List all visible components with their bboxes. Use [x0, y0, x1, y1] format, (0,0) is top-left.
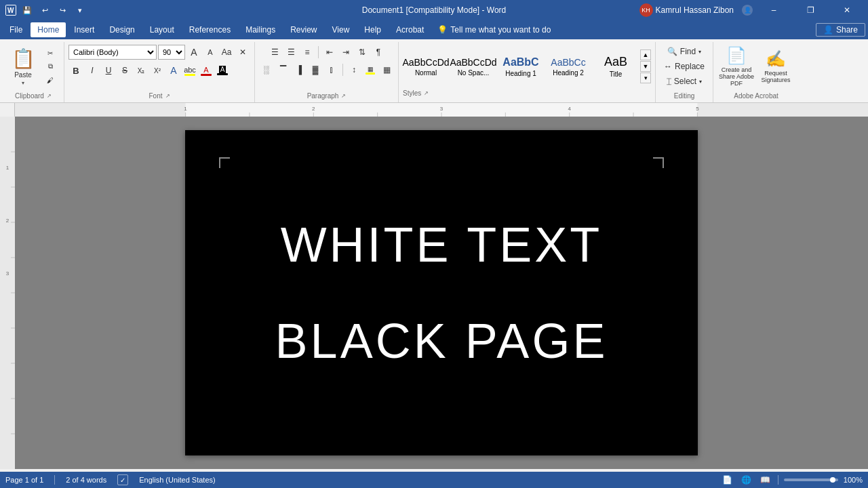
create-share-pdf-button[interactable]: 📄 Create and Share Adobe PDF — [717, 47, 755, 85]
track-changes-icon[interactable]: ✓ — [117, 474, 128, 485]
style-normal[interactable]: AaBbCcDd Normal — [403, 47, 449, 85]
vertical-ruler: 1 2 3 — [0, 117, 15, 469]
style-normal-preview: AaBbCcDd — [402, 57, 449, 68]
menu-layout[interactable]: Layout — [143, 22, 181, 37]
doc-line1[interactable]: WHITE TEXT — [281, 217, 603, 272]
styles-scroll-controls: ▲ ▼ ▾ — [640, 49, 651, 83]
decrease-indent-button[interactable]: ⇤ — [322, 45, 337, 60]
font-name-select[interactable]: Calibri (Body) — [68, 45, 157, 60]
menu-help[interactable]: Help — [357, 22, 388, 37]
title-bar-left: W 💾 ↩ ↪ ▾ — [5, 3, 87, 17]
font-color-button[interactable]: A — [199, 63, 214, 78]
style-heading2[interactable]: AaBbCc Heading 2 — [545, 47, 591, 85]
justify-button[interactable]: ▓ — [308, 62, 323, 77]
menu-home[interactable]: Home — [31, 22, 66, 37]
columns-button[interactable]: ⫿ — [324, 62, 339, 77]
strikethrough-button[interactable]: S — [117, 63, 132, 78]
select-dropdown-icon[interactable]: ▾ — [699, 79, 702, 85]
clipboard-expand-icon[interactable]: ↗ — [47, 93, 52, 99]
menu-mailings[interactable]: Mailings — [239, 22, 282, 37]
underline-button[interactable]: U — [101, 63, 116, 78]
style-title[interactable]: AaB Title — [593, 47, 639, 85]
restore-button[interactable]: ❐ — [795, 0, 826, 20]
find-dropdown-icon[interactable]: ▾ — [698, 49, 701, 55]
menu-insert[interactable]: Insert — [67, 22, 101, 37]
styles-group-inner: AaBbCcDd Normal AaBbCcDd No Spac... AaBb… — [403, 45, 651, 100]
zoom-slider[interactable] — [784, 479, 838, 481]
multilevel-button[interactable]: ≡ — [300, 45, 315, 60]
customize-qat-button[interactable]: ▾ — [73, 3, 87, 17]
main-area: 1 2 3 WHITE TEXT BLACK PAGE — [0, 117, 868, 469]
document-page[interactable]: WHITE TEXT BLACK PAGE — [185, 130, 698, 455]
paragraph-group-content: ☰ ☰ ≡ ⇤ ⇥ ⇅ ¶ ░ ▔ ▐ ▓ ⫿ ↕ ▦ — [259, 42, 394, 91]
close-button[interactable]: ✕ — [831, 0, 863, 20]
ruler-area: 1 2 3 4 5 — [0, 103, 868, 117]
styles-expand-icon[interactable]: ↗ — [424, 90, 429, 96]
clear-format-button[interactable]: ✕ — [235, 45, 250, 60]
cut-button[interactable]: ✂ — [41, 47, 60, 59]
replace-button[interactable]: ↔ Replace — [660, 60, 709, 73]
doc-line2[interactable]: BLACK PAGE — [275, 313, 608, 369]
print-view-button[interactable]: 📄 — [721, 473, 734, 487]
highlight-button[interactable]: abc — [182, 63, 197, 78]
clipboard-group-content: 📋 Paste ▾ ✂ ⧉ 🖌 — [7, 42, 60, 91]
font-shading-button[interactable]: A — [215, 63, 230, 78]
align-left-button[interactable]: ░ — [259, 62, 274, 77]
change-case-button[interactable]: Aa — [219, 45, 234, 60]
increase-indent-button[interactable]: ⇥ — [338, 45, 353, 60]
menu-design[interactable]: Design — [102, 22, 141, 37]
web-view-button[interactable]: 🌐 — [740, 473, 753, 487]
paragraph-expand-icon[interactable]: ↗ — [341, 93, 346, 99]
read-view-button[interactable]: 📖 — [759, 473, 772, 487]
font-expand-icon[interactable]: ↗ — [165, 93, 170, 99]
grow-font-button[interactable]: A — [186, 45, 201, 60]
numbering-button[interactable]: ☰ — [283, 45, 298, 60]
title-bar: W 💾 ↩ ↪ ▾ Document1 [Compatibility Mode]… — [0, 0, 868, 20]
tell-me-bar[interactable]: 💡 Tell me what you want to do — [437, 25, 551, 35]
bullets-button[interactable]: ☰ — [267, 45, 282, 60]
font-group-content: Calibri (Body) 90 A A Aa ✕ B I U S X₂ X²… — [68, 42, 250, 91]
status-bar: Page 1 of 1 2 of 4 words ✓ English (Unit… — [0, 472, 868, 488]
sort-button[interactable]: ⇅ — [355, 45, 370, 60]
font-size-select[interactable]: 90 — [158, 45, 185, 60]
paste-button[interactable]: 📋 Paste ▾ — [7, 47, 39, 85]
italic-button[interactable]: I — [85, 63, 100, 78]
undo-qat-button[interactable]: ↩ — [38, 3, 52, 17]
redo-qat-button[interactable]: ↪ — [56, 3, 69, 17]
horizontal-ruler: 1 2 3 4 5 — [15, 103, 868, 117]
user-photo-icon[interactable]: 👤 — [742, 5, 753, 16]
borders-button[interactable]: ▦ — [379, 62, 394, 77]
save-qat-button[interactable]: 💾 — [20, 3, 34, 17]
editing-group: 🔍 Find ▾ ↔ Replace ⌶ Select ▾ Editing — [656, 42, 713, 102]
menu-references[interactable]: References — [182, 22, 237, 37]
text-effects-button[interactable]: A — [166, 63, 181, 78]
styles-scroll-up[interactable]: ▲ — [640, 49, 651, 60]
menu-file[interactable]: File — [3, 22, 29, 37]
bold-button[interactable]: B — [68, 63, 83, 78]
request-signatures-button[interactable]: ✍ Request Signatures — [757, 47, 795, 85]
shading-button[interactable]: ▦ — [363, 62, 378, 77]
subscript-button[interactable]: X₂ — [134, 63, 149, 78]
align-right-button[interactable]: ▐ — [292, 62, 307, 77]
line-spacing-button[interactable]: ↕ — [347, 62, 361, 77]
find-button[interactable]: 🔍 Find ▾ — [663, 45, 705, 58]
styles-scroll-down[interactable]: ▼ — [640, 61, 651, 72]
styles-more-button[interactable]: ▾ — [640, 73, 651, 83]
style-nospacing[interactable]: AaBbCcDd No Spac... — [450, 47, 496, 85]
minimize-button[interactable]: – — [758, 0, 789, 20]
copy-button[interactable]: ⧉ — [41, 60, 60, 73]
menu-acrobat[interactable]: Acrobat — [389, 22, 431, 37]
style-heading1[interactable]: AaBbC Heading 1 — [498, 47, 544, 85]
format-painter-button[interactable]: 🖌 — [41, 74, 60, 86]
select-button[interactable]: ⌶ Select ▾ — [663, 75, 706, 88]
shrink-font-button[interactable]: A — [203, 45, 218, 60]
superscript-button[interactable]: X² — [150, 63, 165, 78]
paste-dropdown-icon[interactable]: ▾ — [22, 80, 24, 86]
center-button[interactable]: ▔ — [275, 62, 290, 77]
doc-area: WHITE TEXT BLACK PAGE — [15, 117, 868, 469]
menu-review[interactable]: Review — [283, 22, 323, 37]
share-button[interactable]: 👤 Share — [816, 23, 865, 37]
menu-view[interactable]: View — [326, 22, 357, 37]
show-marks-button[interactable]: ¶ — [371, 45, 386, 60]
word-count-status: 2 of 4 words — [66, 476, 106, 484]
